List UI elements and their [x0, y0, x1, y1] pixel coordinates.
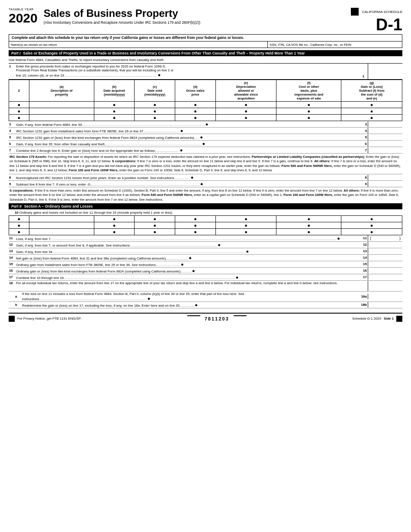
- row1-bullet-b: ●: [94, 102, 135, 108]
- part1-header: Part I Sales or Exchanges of Property Us…: [9, 50, 402, 56]
- line11-num: 11: [9, 236, 15, 240]
- line14-num: 14: [9, 255, 15, 260]
- line5-row: 5 IRC Section 1231 gain or (loss) from l…: [9, 134, 402, 141]
- col-a-header: (a)Description ofproperty: [29, 80, 94, 102]
- part1-instruction: Use federal Form 4684, Casualties and Th…: [9, 57, 402, 63]
- footer-center-area: 7811203: [187, 315, 247, 322]
- name-field: Name(s) as shown on tax return: [9, 42, 268, 48]
- line13-box[interactable]: [368, 248, 402, 254]
- l10r2-bullet-c: ●: [135, 222, 175, 228]
- l10r1-col-a[interactable]: [29, 215, 94, 222]
- line14-text: Net gain or (loss) from federal Form 468…: [15, 255, 357, 261]
- row1-bullet-g: ●: [341, 102, 402, 108]
- line15-label: 15: [357, 262, 368, 266]
- notice-box: Complete and attach this schedule to you…: [9, 34, 402, 42]
- row3-bullet: ●: [9, 115, 29, 121]
- line2-header-num: 2: [9, 80, 29, 102]
- line9-box[interactable]: [368, 181, 402, 187]
- l10r3-bullet-f: ●: [276, 228, 341, 235]
- line13-row: 13 Gain, if any, from line 34...........…: [9, 248, 402, 255]
- line16-num: 16: [9, 268, 15, 273]
- line10-table: ● ● ● ● ● ● ● ● ● ● ● ● ● ● ●: [9, 215, 402, 235]
- line16-text: Ordinary gain or (loss) from like-kind e…: [15, 268, 357, 274]
- line14-box[interactable]: [368, 255, 402, 260]
- l10r1-bullet-d: ●: [175, 215, 216, 222]
- header-black-square: [351, 8, 359, 16]
- line6-label: 6: [357, 142, 368, 146]
- row2-bullet-b: ●: [94, 108, 135, 115]
- row3-bullet-c: ●: [135, 115, 175, 121]
- part2-title: Section A – Ordinary Gains and Losses: [24, 204, 93, 208]
- line6-num: 6: [9, 141, 15, 146]
- l10r3-bullet-d: ●: [175, 228, 216, 235]
- col-d-header: (d)Gross salesprice: [175, 80, 216, 102]
- line8-box[interactable]: [368, 175, 402, 180]
- line13-num: 13: [9, 249, 15, 253]
- paragraph7: IRC Section 179 Assets: For reporting th…: [9, 155, 402, 173]
- line1-num: 1: [9, 64, 15, 79]
- line3-label: 3: [357, 122, 368, 126]
- line6-row: 6 Gain, if any, from line 35, from other…: [9, 141, 402, 147]
- taxable-year-block: TAXABLE YEAR 2020: [9, 8, 38, 25]
- l10r3-bullet: ●: [9, 228, 29, 235]
- row1-bullet-d: ●: [175, 102, 216, 108]
- row1-bullet-c: ●: [135, 102, 175, 108]
- l10r3-bullet-c: ●: [135, 228, 175, 235]
- line3-box[interactable]: [368, 122, 402, 127]
- l10r3-col-a[interactable]: [29, 228, 94, 235]
- line18-row: 18 For all except individual tax returns…: [9, 281, 402, 292]
- line12-label: 12: [357, 243, 368, 247]
- l10r1-bullet-g: ●: [341, 215, 402, 222]
- l10r2-col-a[interactable]: [29, 222, 94, 228]
- line12-num: 12: [9, 242, 15, 247]
- line18b-indent: [9, 304, 15, 305]
- line2-table: 2 (a)Description ofproperty (b)Date acqu…: [9, 80, 402, 121]
- line6-box[interactable]: [368, 141, 402, 147]
- line12-box[interactable]: [368, 242, 402, 247]
- row1-col-a[interactable]: [29, 102, 94, 108]
- line7-box[interactable]: [368, 147, 402, 153]
- row3-bullet-e: ●: [215, 115, 276, 121]
- line17-label: 17: [357, 275, 368, 279]
- col-c-header: (c)Date sold(mm/dd/yyyy): [135, 80, 175, 102]
- form-subtitle: (Also Involuntary Conversions and Recapt…: [44, 20, 351, 25]
- table-row-3[interactable]: ● ● ● ● ● ● ●: [9, 115, 402, 121]
- l10r2-bullet-f: ●: [276, 222, 341, 228]
- line10-row-3[interactable]: ● ● ● ● ● ● ●: [9, 228, 402, 235]
- line9-row: 9 Subtract line 8 from line 7. If zero o…: [9, 181, 402, 187]
- line1-row: 1 Enter the gross proceeds from sales or…: [9, 63, 402, 80]
- line10-row-2[interactable]: ● ● ● ● ● ● ●: [9, 222, 402, 228]
- l10r2-bullet-d: ●: [175, 222, 216, 228]
- line1-box[interactable]: [368, 64, 402, 79]
- footer-privacy: For Privacy Notice, get FTB 1131 ENG/SP.: [17, 317, 81, 320]
- footer-left: For Privacy Notice, get FTB 1131 ENG/SP.: [9, 316, 81, 322]
- line18a-box[interactable]: [368, 294, 402, 299]
- line17-box[interactable]: [368, 274, 402, 280]
- ssn-label: SSN, ITIN, CA SOS file no., California C…: [270, 43, 351, 47]
- line18a-label: 18a: [357, 295, 368, 298]
- row2-col-a[interactable]: [29, 108, 94, 115]
- line4-text: IRC Section 1231 gain from installment s…: [15, 128, 357, 134]
- line16-box[interactable]: [368, 268, 402, 273]
- l10r2-bullet-g: ●: [341, 222, 402, 228]
- l10r3-bullet-b: ●: [94, 228, 135, 235]
- footer-bar: For Privacy Notice, get FTB 1131 ENG/SP.…: [9, 313, 402, 322]
- line18b-box[interactable]: [368, 302, 402, 308]
- line10-row-1[interactable]: ● ● ● ● ● ● ●: [9, 215, 402, 222]
- line5-box[interactable]: [368, 135, 402, 140]
- name-label: Name(s) as shown on tax return: [11, 43, 57, 47]
- line4-box[interactable]: [368, 128, 402, 134]
- line3-text: Gain, if any, from federal Form 4684, li…: [15, 121, 357, 127]
- row1-bullet-f: ●: [276, 102, 341, 108]
- line11-box[interactable]: (): [368, 235, 402, 241]
- line15-box[interactable]: [368, 261, 402, 267]
- line9-text: Subtract line 8 from line 7. If zero or …: [15, 181, 357, 187]
- row3-bullet-b: ●: [94, 115, 135, 121]
- row3-col-a[interactable]: [29, 115, 94, 121]
- notice-text: Complete and attach this schedule to you…: [12, 36, 244, 40]
- row2-bullet: ●: [9, 108, 29, 115]
- table-row-1[interactable]: ● ● ● ● ● ● ●: [9, 102, 402, 108]
- line8-num: 8: [9, 175, 15, 180]
- line12-row: 12 Gain, if any, from line 7, or amount …: [9, 242, 402, 248]
- table-row-2[interactable]: ● ● ● ● ● ● ●: [9, 108, 402, 115]
